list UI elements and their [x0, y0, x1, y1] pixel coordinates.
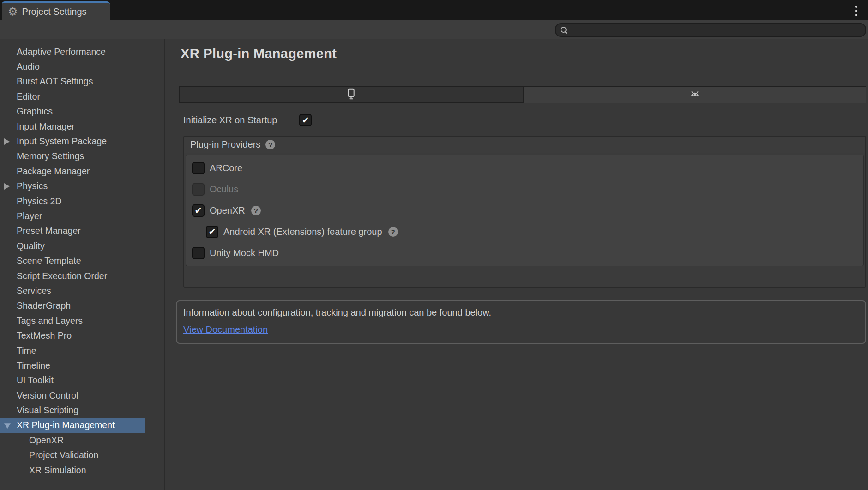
sidebar-item-label: Script Execution Order — [17, 271, 107, 281]
sidebar-item-audio[interactable]: Audio — [0, 59, 145, 74]
sidebar-item-label: UI Toolkit — [17, 375, 54, 386]
provider-checkbox[interactable] — [192, 162, 205, 174]
page-title: XR Plug-in Management — [181, 39, 866, 61]
search-field[interactable] — [555, 23, 866, 37]
help-icon[interactable] — [265, 140, 275, 149]
sidebar-item-memory-settings[interactable]: Memory Settings — [0, 149, 145, 164]
sidebar-item-label: Visual Scripting — [17, 405, 78, 416]
help-icon[interactable] — [251, 206, 261, 215]
help-icon[interactable] — [388, 227, 398, 237]
sidebar-item-label: Audio — [17, 61, 40, 72]
sidebar-item-quality[interactable]: Quality — [0, 239, 145, 253]
sidebar-item-label: Preset Manager — [17, 226, 81, 236]
sidebar-item-services[interactable]: Services — [0, 283, 145, 298]
sidebar-item-version-control[interactable]: Version Control — [0, 388, 145, 403]
sidebar-item-visual-scripting[interactable]: Visual Scripting — [0, 403, 145, 418]
project-settings-tab-label: Project Settings — [22, 6, 87, 17]
sidebar-item-label: Graphics — [17, 106, 53, 117]
platform-tab-bar — [179, 86, 866, 103]
sidebar-item-label: Adaptive Performance — [17, 47, 106, 57]
sidebar-item-label: Physics 2D — [17, 196, 62, 207]
sidebar-item-graphics[interactable]: Graphics — [0, 104, 145, 119]
provider-label: ARCore — [210, 163, 242, 173]
kebab-menu-icon[interactable] — [851, 4, 861, 17]
sidebar-item-textmesh-pro[interactable]: TextMesh Pro — [0, 328, 145, 343]
sidebar-item-label: XR Simulation — [29, 465, 86, 476]
gear-icon: ⚙ — [8, 6, 18, 17]
initialize-xr-row: Initialize XR on Startup — [183, 112, 866, 128]
sidebar-item-physics-2d[interactable]: Physics 2D — [0, 194, 145, 209]
sidebar-item-label: OpenXR — [29, 435, 64, 446]
sidebar-item-editor[interactable]: Editor — [0, 89, 145, 104]
android-icon — [689, 88, 701, 102]
documentation-info-box: Information about configuration, trackin… — [176, 300, 866, 344]
sidebar-item-label: XR Plug-in Management — [17, 420, 115, 430]
provider-row-android-xr-extensions-feature-group: Android XR (Extensions) feature group — [186, 221, 863, 242]
settings-sidebar: Adaptive PerformanceAudioBurst AOT Setti… — [0, 39, 165, 490]
sidebar-item-xr-plug-in-management[interactable]: XR Plug-in Management — [0, 418, 145, 433]
sidebar-item-label: Version Control — [17, 390, 78, 401]
sidebar-item-label: Timeline — [17, 360, 50, 371]
sidebar-item-label: Package Manager — [17, 166, 90, 177]
sidebar-item-label: Project Validation — [29, 450, 98, 460]
sidebar-item-label: Quality — [17, 241, 45, 251]
sidebar-item-label: Scene Template — [17, 256, 81, 266]
toolbar — [0, 20, 868, 39]
plugin-providers-list: ARCoreOculusOpenXRAndroid XR (Extensions… — [186, 155, 864, 266]
sidebar-item-label: Time — [17, 346, 36, 356]
sidebar-item-label: Memory Settings — [17, 151, 84, 161]
sidebar-item-project-validation[interactable]: Project Validation — [0, 448, 145, 463]
sidebar-item-adaptive-performance[interactable]: Adaptive Performance — [0, 44, 145, 59]
plugin-providers-title: Plug-in Providers — [190, 139, 260, 150]
view-documentation-link[interactable]: View Documentation — [183, 324, 268, 335]
sidebar-item-physics[interactable]: Physics — [0, 179, 145, 194]
provider-row-openxr: OpenXR — [186, 200, 863, 221]
sidebar-item-burst-aot-settings[interactable]: Burst AOT Settings — [0, 74, 145, 89]
sidebar-item-label: Input Manager — [17, 121, 75, 132]
sidebar-item-xr-simulation[interactable]: XR Simulation — [0, 463, 145, 478]
sidebar-item-timeline[interactable]: Timeline — [0, 358, 145, 373]
provider-label: Oculus — [210, 184, 238, 195]
search-input[interactable] — [570, 24, 865, 36]
initialize-xr-checkbox[interactable] — [299, 114, 312, 126]
sidebar-item-package-manager[interactable]: Package Manager — [0, 164, 145, 179]
chevron-right-icon[interactable] — [4, 138, 10, 145]
chevron-right-icon[interactable] — [4, 183, 10, 190]
provider-row-unity-mock-hmd: Unity Mock HMD — [186, 242, 863, 263]
project-settings-tab[interactable]: ⚙ Project Settings — [2, 1, 110, 20]
sidebar-item-label: Physics — [17, 181, 48, 191]
provider-checkbox — [192, 183, 205, 196]
sidebar-item-label: Tags and Layers — [17, 316, 83, 326]
sidebar-item-label: Player — [17, 211, 42, 221]
chevron-down-icon[interactable] — [4, 423, 11, 429]
sidebar-item-script-execution-order[interactable]: Script Execution Order — [0, 269, 145, 283]
provider-checkbox[interactable] — [192, 204, 205, 217]
settings-content: XR Plug-in Management Initialize XR on S… — [165, 39, 868, 490]
sidebar-item-label: Editor — [17, 91, 40, 102]
sidebar-item-tags-and-layers[interactable]: Tags and Layers — [0, 313, 145, 328]
platform-tab-android[interactable] — [524, 87, 867, 103]
provider-row-arcore: ARCore — [186, 157, 863, 179]
sidebar-item-player[interactable]: Player — [0, 209, 145, 223]
search-icon — [560, 26, 567, 34]
sidebar-item-scene-template[interactable]: Scene Template — [0, 253, 145, 268]
initialize-xr-label: Initialize XR on Startup — [183, 115, 277, 125]
plugin-providers-box: Plug-in Providers ARCoreOculusOpenXRAndr… — [183, 136, 866, 288]
provider-label: Unity Mock HMD — [210, 248, 279, 258]
sidebar-item-openxr[interactable]: OpenXR — [0, 433, 145, 448]
sidebar-item-input-system-package[interactable]: Input System Package — [0, 134, 145, 149]
sidebar-item-label: Input System Package — [17, 136, 107, 147]
info-text: Information about configuration, trackin… — [183, 307, 859, 318]
sidebar-item-input-manager[interactable]: Input Manager — [0, 119, 145, 134]
provider-checkbox[interactable] — [192, 247, 205, 259]
window-top-bar: ⚙ Project Settings — [0, 0, 868, 20]
sidebar-item-shadergraph[interactable]: ShaderGraph — [0, 299, 145, 313]
sidebar-item-preset-manager[interactable]: Preset Manager — [0, 224, 145, 239]
sidebar-item-label: Burst AOT Settings — [17, 76, 93, 87]
platform-tab-desktop[interactable] — [179, 87, 524, 103]
sidebar-item-label: Services — [17, 286, 51, 296]
provider-label: OpenXR — [210, 205, 245, 216]
sidebar-item-time[interactable]: Time — [0, 343, 145, 358]
provider-checkbox[interactable] — [206, 226, 218, 238]
sidebar-item-ui-toolkit[interactable]: UI Toolkit — [0, 373, 145, 388]
